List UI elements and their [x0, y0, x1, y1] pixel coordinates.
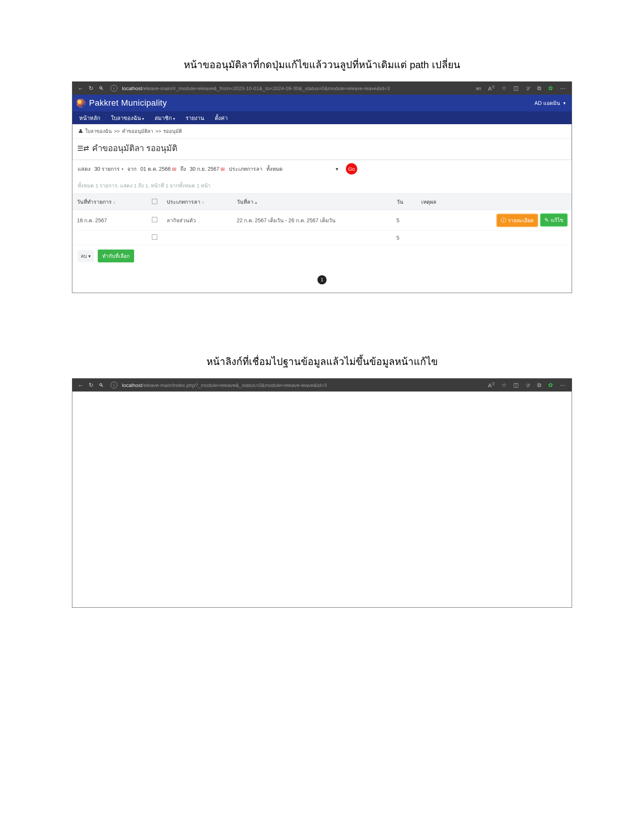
lang-badge: ลก — [473, 85, 483, 92]
select-all-checkbox[interactable] — [152, 199, 157, 204]
col-type[interactable]: ประเภทการลา↕ — [162, 194, 232, 210]
edit-button[interactable]: ✎ แก้ไข — [541, 214, 567, 226]
bc-3: รออนุมัติ — [163, 127, 182, 135]
leave-type-value: ทั้งหมด — [266, 165, 283, 173]
extension-icon[interactable]: ✿ — [546, 382, 555, 389]
chevron-down-icon: ▼ — [563, 101, 566, 105]
detail-button[interactable]: ⓘ รายละเอียด — [497, 214, 538, 227]
favorites-icon[interactable]: ☆̷ — [523, 382, 533, 389]
leave-type-select[interactable]: ทั้งหมด ▾ — [266, 165, 342, 173]
back-icon[interactable]: ← — [76, 85, 85, 92]
nav-home[interactable]: หน้าหลัก — [79, 114, 100, 122]
cell-range: 22 ก.ค. 2567 เต็มวัน - 26 ก.ค. 2567 เต็ม… — [232, 210, 392, 231]
more-icon[interactable]: ⋯ — [558, 85, 568, 92]
bc-sep: >> — [155, 129, 161, 134]
refresh-icon[interactable]: ↻ — [87, 85, 95, 92]
nav-settings[interactable]: ตั้งค่า — [215, 114, 228, 122]
address-bar[interactable]: localhost/eleave-main/#_module=eleave&_f… — [122, 85, 390, 91]
page-title-row: ☰⇄ คำขออนุมัติลา รออนุมัติ — [73, 138, 571, 159]
url-path: /eleave-main/index.php?_module=eleave&_s… — [142, 383, 327, 388]
col-date[interactable]: วันที่ทำรายการ↕ — [72, 194, 147, 210]
chevron-down-icon: ▾ — [88, 253, 91, 259]
app-header: Pakkret Municipality AD แอดมิน ▼ — [72, 95, 572, 111]
page-title: คำขออนุมัติลา รออนุมัติ — [92, 142, 177, 155]
split-icon[interactable]: ◫ — [511, 382, 521, 389]
search-icon[interactable]: 🔍︎ — [97, 85, 105, 91]
detail-label: รายละเอียด — [508, 216, 534, 225]
apply-bulk-button[interactable]: ทำกับที่เลือก — [98, 249, 134, 262]
refresh-icon[interactable]: ↻ — [87, 382, 95, 389]
breadcrumb: 👤︎ ใบลาของฉัน >> คำขออนุมัติลา >> รออนุม… — [73, 124, 571, 138]
table-row: 18 ก.ค. 2567 ลากิจส่วนตัว 22 ก.ค. 2567 เ… — [72, 210, 572, 231]
star-icon[interactable]: ☆ — [499, 85, 509, 92]
url-host: localhost — [122, 85, 142, 91]
result-summary: ทั้งหมด 1 รายการ, แสดง 1 ถึง 1, หน้าที่ … — [72, 178, 572, 193]
row-checkbox[interactable] — [152, 234, 157, 240]
pagination: 1 — [72, 269, 572, 293]
browser-toolbar-1: ← ↻ 🔍︎ i localhost/eleave-main/#_module=… — [72, 82, 572, 95]
list-icon: ☰⇄ — [77, 144, 89, 153]
row-checkbox[interactable] — [152, 217, 157, 222]
logo-icon — [76, 98, 85, 108]
chevron-down-icon: ▾ — [336, 166, 338, 172]
site-info-icon[interactable]: i — [111, 382, 118, 389]
show-label: แสดง — [78, 165, 90, 173]
bc-1[interactable]: ใบลาของฉัน — [85, 127, 112, 135]
browser-window-2: ← ↻ 🔍︎ i localhost/eleave-main/index.php… — [72, 378, 572, 608]
nav-member[interactable]: สมาชิก▾ — [155, 114, 175, 122]
table-row: 5 — [72, 231, 572, 245]
collections-icon[interactable]: ⧉ — [535, 85, 544, 92]
star-icon[interactable]: ☆ — [499, 382, 509, 389]
user-menu[interactable]: AD แอดมิน ▼ — [535, 99, 566, 107]
page-1[interactable]: 1 — [317, 275, 327, 285]
date-from-input[interactable]: 01 ต.ค. 2566📅︎ — [140, 165, 176, 173]
bc-sep: >> — [114, 129, 120, 134]
sort-icon: ▴ — [255, 200, 257, 204]
per-page-select[interactable]: 30 รายการ ▾ — [94, 165, 124, 173]
read-aloud-icon[interactable]: A☰ — [486, 85, 497, 92]
cell-type: ลากิจส่วนตัว — [162, 210, 232, 231]
leave-table: วันที่ทำรายการ↕ ประเภทการลา↕ วันที่ลา▴ ว… — [72, 193, 572, 245]
per-page-value: 30 รายการ — [94, 165, 120, 173]
sort-icon: ↕ — [202, 200, 204, 204]
col-days: วัน — [392, 194, 417, 210]
app-title: Pakkret Municipality — [89, 98, 167, 108]
date-to-input[interactable]: 30 ก.ย. 2567📅︎ — [190, 165, 225, 173]
cell-date: 18 ก.ค. 2567 — [72, 210, 147, 231]
bc-2[interactable]: คำขออนุมัติลา — [122, 127, 153, 135]
content-area: 👤︎ ใบลาของฉัน >> คำขออนุมัติลา >> รออนุม… — [72, 124, 572, 293]
calendar-icon: 📅︎ — [220, 166, 225, 172]
caption-1: หน้าขออนุมัติลาที่กดปุ่มแก้ไขแล้ววนลูปที… — [72, 57, 572, 72]
blank-page-body — [72, 391, 572, 607]
address-bar[interactable]: localhost/eleave-main/index.php?_module=… — [122, 383, 327, 388]
person-icon: 👤︎ — [78, 129, 83, 134]
extension-icon[interactable]: ✿ — [546, 85, 555, 92]
url-host: localhost — [122, 383, 142, 388]
url-path: /eleave-main/#_module=eleave&_from=2023-… — [142, 85, 390, 91]
from-label: จาก — [127, 165, 136, 173]
search-icon[interactable]: 🔍︎ — [97, 383, 105, 388]
caption-2: หน้าลิงก์ที่เชื่อมไปฐานข้อมูลแล้วไม่ขึ้น… — [72, 354, 572, 369]
col-reason: เหตุผล — [417, 194, 492, 210]
split-icon[interactable]: ◫ — [511, 85, 521, 92]
more-icon[interactable]: ⋯ — [558, 382, 568, 389]
favorites-icon[interactable]: ☆̷ — [523, 85, 533, 92]
user-label: AD แอดมิน — [535, 99, 560, 107]
nav-myleave[interactable]: ใบลาของฉัน▾ — [111, 114, 144, 122]
edit-label: แก้ไข — [551, 216, 564, 224]
app-nav: หน้าหลัก ใบลาของฉัน▾ สมาชิก▾ รายงาน ตั้ง… — [72, 111, 572, 124]
collections-icon[interactable]: ⧉ — [535, 382, 544, 389]
chevron-down-icon: ▾ — [142, 117, 144, 121]
site-info-icon[interactable]: i — [111, 85, 118, 92]
app-root: Pakkret Municipality AD แอดมิน ▼ หน้าหลั… — [72, 95, 572, 293]
nav-report[interactable]: รายงาน — [186, 114, 204, 122]
col-range[interactable]: วันที่ลา▴ — [232, 194, 392, 210]
read-aloud-icon[interactable]: A☰ — [486, 382, 497, 389]
go-button[interactable]: Go — [346, 163, 357, 175]
calendar-icon: 📅︎ — [172, 166, 177, 172]
browser-toolbar-2: ← ↻ 🔍︎ i localhost/eleave-main/index.php… — [72, 379, 572, 391]
back-icon[interactable]: ← — [76, 382, 85, 389]
to-label: ถึง — [180, 165, 186, 173]
cell-days: 5 — [392, 231, 417, 245]
bulk-action-select[interactable]: ลบ ▾ — [78, 250, 94, 262]
